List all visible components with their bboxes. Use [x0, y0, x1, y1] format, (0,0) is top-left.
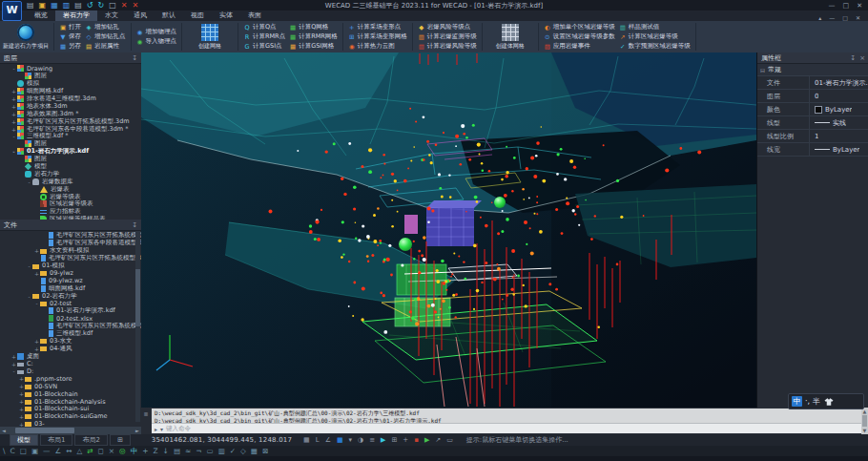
expand-toggle-icon[interactable]: -	[10, 133, 17, 139]
file-item-毛坪矿区河东片区开拓系统模型.3dm[interactable]: 毛坪矿区河东片区开拓系统模型.3dm	[0, 255, 141, 262]
ribbon-button-增加钻孔点[interactable]: ◇增加钻孔点	[85, 32, 126, 42]
layer-item-岩石力学[interactable]: 岩石力学	[0, 170, 141, 178]
property-row-图层[interactable]: 图层0	[757, 90, 868, 103]
ribbon-button-导入物理点[interactable]: ◉导入物理点	[136, 37, 177, 47]
layer-item-Drawing[interactable]: -Drawing	[0, 65, 141, 73]
expand-toggle-icon[interactable]: +	[18, 383, 25, 389]
file-item-01-Blockchain-suiGame[interactable]: +01-Blockchain-suiGame	[0, 412, 141, 420]
close-doc-icon[interactable]: ✕	[121, 1, 128, 10]
maximize-button[interactable]: □	[843, 2, 850, 10]
ribbon-button-计算GSI网格[interactable]: ▦计算GSI网格	[289, 42, 338, 52]
triangle-icon[interactable]: △	[77, 447, 83, 456]
ribbon-button-计算热力云图[interactable]: ◉计算热力云图	[348, 42, 407, 52]
file-item-03-水文[interactable]: +03-水文	[0, 337, 141, 345]
ribbon-button-计算Q网格[interactable]: ▦计算Q网格	[289, 23, 338, 32]
file-item-01-Blockchain-sui[interactable]: +01-Blockchain-sui	[0, 405, 141, 412]
scale-icon[interactable]: ↗	[435, 436, 441, 445]
save-icon[interactable]: ▦	[51, 1, 58, 10]
ribbon-button-新建岩石力学项目[interactable]: 新建岩石力学项目	[0, 21, 52, 52]
ribbon-button-另存[interactable]: ▦另存	[59, 42, 81, 52]
grid-icon[interactable]: ▦	[303, 436, 310, 445]
layer-item-图层[interactable]: 图层	[0, 73, 141, 80]
files-horizontal-scrollbar[interactable]: ◄►	[0, 427, 141, 434]
collapse-icon[interactable]: ⊟	[760, 67, 765, 73]
snap-icon[interactable]: ■	[337, 436, 343, 445]
ribbon-button-计算GSI点[interactable]: G计算GSI点	[243, 42, 285, 52]
pin-icon[interactable]: ↧	[850, 54, 856, 62]
fly-icon[interactable]: ▶	[424, 436, 429, 445]
wave-icon[interactable]: ≈	[185, 447, 191, 456]
ribbon-button-创建体网格[interactable]: 创建体网格	[485, 21, 536, 52]
layer-item-模拟[interactable]: 模拟	[0, 80, 141, 88]
line-icon[interactable]: \	[3, 447, 6, 456]
check-icon[interactable]: ✓	[230, 447, 236, 456]
ribbon-button-岩爆风险等级点[interactable]: ◆岩爆风险等级点	[418, 23, 477, 32]
expand-toggle-icon[interactable]: -	[10, 367, 17, 374]
rect-icon[interactable]: □	[20, 447, 27, 456]
layer-item-排水巷道4三维模型.3dm[interactable]: +排水巷道4三维模型.3dm	[0, 95, 141, 103]
ribbon-button-计算采场变形网格[interactable]: ⊞计算采场变形网格	[348, 32, 407, 42]
boxx-icon[interactable]: ⊠	[262, 447, 268, 456]
ribbon-button-设置区域岩爆等级参数[interactable]: ⊙设置区域岩爆等级参数	[544, 32, 615, 42]
ribbon-tab-概览[interactable]: 概览	[27, 10, 55, 21]
file-item-D:[interactable]: -D:	[0, 367, 141, 375]
file-item-.pnpm-store[interactable]: +.pnpm-store	[0, 375, 141, 383]
window-icon[interactable]: □	[109, 1, 116, 10]
ribbon-tab-表面[interactable]: 表面	[240, 10, 269, 21]
angle-icon[interactable]: ∠	[54, 447, 61, 456]
command-input[interactable]: ▸ ▾ 键入命令	[152, 423, 861, 433]
close-button[interactable]: ✕	[857, 2, 862, 10]
corner-icon[interactable]: ¬	[196, 447, 201, 456]
close-all-icon[interactable]: ✕	[132, 1, 138, 10]
undo-icon[interactable]: ↺	[87, 1, 93, 10]
polyline-icon[interactable]: —	[43, 447, 51, 456]
annotation-icon[interactable]: ⊞	[391, 436, 397, 445]
layout-tab-布局2[interactable]: 布局2	[74, 434, 107, 446]
layout-tab-布局1[interactable]: 布局1	[40, 434, 72, 446]
expand-toggle-icon[interactable]: +	[18, 413, 25, 420]
hatch-icon[interactable]: ▣	[31, 447, 38, 456]
expand-toggle-icon[interactable]: -	[26, 293, 32, 300]
dropdown-icon[interactable]: ▾	[349, 436, 353, 445]
layer-item-图层[interactable]: 图层	[0, 156, 141, 163]
property-row-线型[interactable]: 线型实线	[757, 116, 868, 130]
layer-item-模型[interactable]: 模型	[0, 163, 141, 171]
ime-skin-icon[interactable]	[823, 397, 835, 407]
layer-item-岩爆数据库[interactable]: -岩爆数据库	[0, 178, 141, 185]
layer-item-毛坪矿区河东各中段巷道模型.3dm *[interactable]: +毛坪矿区河东各中段巷道模型.3dm *	[0, 125, 141, 133]
ribbon-button-计算区域岩爆等级[interactable]: ↗计算区域岩爆等级	[619, 32, 691, 42]
file-item-三维模型.kdf[interactable]: 三维模型.kdf	[0, 330, 141, 338]
layer-item-岩爆表[interactable]: 岩爆表	[0, 185, 141, 193]
ime-width-toggle[interactable]: 半	[813, 395, 820, 408]
ribbon-button-增加物理点[interactable]: ◉增加物理点	[136, 28, 177, 37]
property-value[interactable]: ByLayer	[810, 146, 859, 154]
ribbon-tab-通风[interactable]: 通风	[126, 10, 155, 21]
mesh-icon[interactable]: ▦	[251, 447, 258, 456]
layer-item-毛坪矿区河东片区开拓系统模型.3dm[interactable]: +毛坪矿区河东片区开拓系统模型.3dm	[0, 117, 141, 125]
layer-item-01-岩石力学演示.kdf[interactable]: -01-岩石力学演示.kdf	[0, 148, 141, 156]
down-icon[interactable]: ↓	[163, 447, 169, 456]
expand-toggle-icon[interactable]: -	[10, 148, 17, 155]
ribbon-button-打开[interactable]: ▣打开	[59, 23, 81, 32]
property-value[interactable]: 0	[810, 93, 818, 100]
property-value[interactable]: ByLayer	[810, 106, 852, 114]
ribbon-button-增加单个区域岩爆等级[interactable]: ◐增加单个区域岩爆等级	[544, 23, 615, 32]
block-icon[interactable]: ◻	[98, 447, 104, 456]
layer-item-三维模型.kdf *[interactable]: -三维模型.kdf *	[0, 133, 141, 140]
lineweight-icon[interactable]: ≡	[369, 436, 375, 445]
layer-item-应力指标表[interactable]: 应力指标表	[0, 208, 141, 216]
expand-toggle-icon[interactable]: +	[10, 111, 17, 117]
expand-toggle-icon[interactable]: +	[10, 126, 17, 133]
command-panel-grip[interactable]: ≣	[141, 408, 151, 434]
file-item-毛坪矿区河东片区开拓系统模型.kdf[interactable]: 毛坪矿区河东片区开拓系统模型.kdf	[0, 323, 141, 330]
files-vertical-scrollbar[interactable]	[135, 231, 140, 422]
ribbon-button-增加钻孔[interactable]: ◈增加钻孔	[85, 23, 126, 32]
ribbon-tab-实体[interactable]: 实体	[212, 10, 240, 21]
layers-icon[interactable]: ▤	[174, 447, 180, 456]
expand-toggle-icon[interactable]: +	[18, 406, 25, 412]
dropdown-icon[interactable]: ▾	[160, 426, 163, 432]
expand-toggle-icon[interactable]: +	[10, 353, 17, 360]
ribbon-tab-岩石力学[interactable]: 岩石力学	[55, 10, 97, 21]
expand-toggle-icon[interactable]: +	[18, 390, 25, 397]
file-item-02-test.xlsx[interactable]: 02-test.xlsx	[0, 315, 141, 323]
